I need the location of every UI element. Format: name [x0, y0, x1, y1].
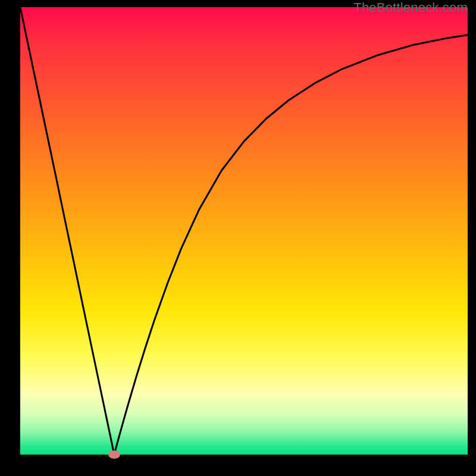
- curve-path: [20, 7, 468, 455]
- plot-area: [20, 7, 468, 455]
- minimum-marker: [108, 450, 120, 459]
- bottleneck-curve: [20, 7, 468, 455]
- chart-frame: TheBottleneck.com: [0, 0, 476, 476]
- watermark-text: TheBottleneck.com: [353, 0, 468, 15]
